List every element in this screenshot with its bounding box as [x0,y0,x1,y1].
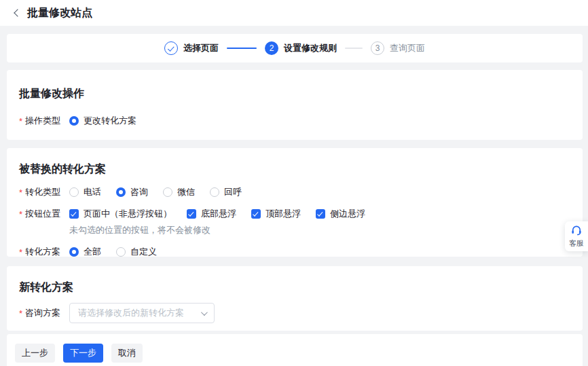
back-chevron-icon [14,9,21,16]
radio-label: 回呼 [224,186,242,198]
step-2-label: 设置修改规则 [284,42,337,54]
customer-service-widget[interactable]: 客服 [565,221,588,251]
select-placeholder: 请选择修改后的新转化方案 [78,307,184,319]
step-2-active-circle: 2 [265,41,278,55]
radio-label: 更改转化方案 [84,115,136,127]
step-1-label: 选择页面 [183,42,219,54]
radio-all[interactable]: 全部 [69,246,101,258]
radio-callback[interactable]: 回呼 [210,186,242,198]
checkbox-checked-icon [251,209,261,219]
footer-actions: 上一步 下一步 取消 [7,334,583,366]
conversion-type-options: 电话 咨询 微信 回呼 [69,186,242,198]
radio-label: 电话 [84,186,101,198]
radio-unchecked-icon [116,247,126,257]
prev-step-button[interactable]: 上一步 [15,344,55,363]
conversion-type-label: * 转化类型 [19,186,69,198]
step-3-pending-circle: 3 [371,41,384,55]
section-heading: 新转化方案 [19,280,570,295]
consult-plan-row: * 咨询方案 请选择修改后的新转化方案 [19,303,570,323]
radio-phone[interactable]: 电话 [69,186,101,198]
headset-icon [570,224,583,236]
check-icon [253,211,258,217]
check-icon [188,211,194,217]
label-text: 按钮位置 [25,208,60,220]
checkbox-in-page[interactable]: 页面中（非悬浮按钮） [69,208,172,220]
conversion-plan-label: * 转化方案 [19,246,69,258]
section-new-plan: 新转化方案 * 咨询方案 请选择修改后的新转化方案 [7,266,583,331]
step-connector-pending [345,48,363,49]
required-mark: * [19,209,22,219]
radio-unchecked-icon [163,187,172,197]
radio-checked-icon [69,116,79,126]
radio-unchecked-icon [210,187,219,197]
page-title: 批量修改站点 [27,6,92,20]
section-batch-operation: 批量修改操作 * 操作类型 更改转化方案 [7,70,583,140]
radio-change-conversion-plan[interactable]: 更改转化方案 [69,115,136,127]
checkbox-label: 侧边悬浮 [330,208,365,220]
checkbox-bottom-float[interactable]: 底部悬浮 [187,208,236,220]
checkbox-checked-icon [69,209,79,219]
checkbox-checked-icon [187,209,196,219]
required-mark: * [19,116,22,126]
radio-checked-icon [69,247,79,257]
checkbox-side-float[interactable]: 侧边悬浮 [316,208,365,220]
check-icon [71,211,76,217]
position-hint: 未勾选的位置的按钮，将不会被修改 [69,224,570,236]
title-bar: 批量修改站点 [0,0,588,26]
required-mark: * [19,308,22,318]
step-connector-done [227,48,257,49]
button-position-label: * 按钮位置 [19,208,69,220]
operation-type-row: * 操作类型 更改转化方案 [19,115,570,127]
radio-label: 自定义 [130,246,157,258]
operation-type-options: 更改转化方案 [69,115,136,127]
radio-wechat[interactable]: 微信 [163,186,195,198]
new-plan-select[interactable]: 请选择修改后的新转化方案 [69,303,215,323]
radio-checked-icon [116,187,126,197]
step-1-select-pages: 选择页面 [164,41,219,55]
cancel-button[interactable]: 取消 [111,344,143,363]
chevron-down-icon [201,309,208,316]
button-position-options: 页面中（非悬浮按钮） 底部悬浮 顶部悬浮 侧边悬浮 [69,208,365,220]
required-mark: * [19,187,22,198]
button-position-row: * 按钮位置 页面中（非悬浮按钮） 底部悬浮 顶部悬浮 侧边悬浮 [19,208,570,220]
checkbox-label: 底部悬浮 [201,208,236,220]
section-heading: 被替换的转化方案 [19,162,570,177]
steps-bar: 选择页面 2 设置修改规则 3 查询页面 [7,34,583,62]
checkbox-label: 页面中（非悬浮按钮） [84,208,172,220]
checkbox-label: 顶部悬浮 [265,208,301,220]
radio-unchecked-icon [69,187,79,197]
conversion-plan-options: 全部 自定义 [69,246,157,258]
radio-consult[interactable]: 咨询 [116,186,148,198]
section-replaced-plan: 被替换的转化方案 * 转化类型 电话 咨询 微信 回呼 [7,148,583,257]
checkbox-checked-icon [316,209,325,219]
check-icon [317,211,323,217]
step-2-set-rules: 2 设置修改规则 [265,41,337,55]
step-3-query-pages: 3 查询页面 [371,41,425,55]
step-3-label: 查询页面 [390,42,425,54]
label-text: 转化方案 [25,246,60,258]
radio-label: 咨询 [130,186,148,198]
checkbox-top-float[interactable]: 顶部悬浮 [251,208,301,220]
next-step-button[interactable]: 下一步 [63,344,103,363]
label-text: 咨询方案 [25,307,60,319]
customer-service-label: 客服 [569,238,584,249]
section-heading: 批量修改操作 [19,86,570,101]
step-3-number: 3 [375,43,380,53]
radio-custom[interactable]: 自定义 [116,246,157,258]
step-2-number: 2 [270,43,274,53]
radio-label: 微信 [177,186,195,198]
conversion-plan-row: * 转化方案 全部 自定义 [19,246,570,258]
operation-type-label: * 操作类型 [19,115,69,127]
back-button[interactable] [12,7,23,18]
check-icon [167,44,174,51]
step-1-done-circle [164,41,178,55]
consult-plan-label: * 咨询方案 [19,307,69,319]
conversion-type-row: * 转化类型 电话 咨询 微信 回呼 [19,186,570,198]
label-text: 转化类型 [25,186,60,198]
required-mark: * [19,247,22,257]
radio-label: 全部 [84,246,101,258]
label-text: 操作类型 [25,115,60,127]
